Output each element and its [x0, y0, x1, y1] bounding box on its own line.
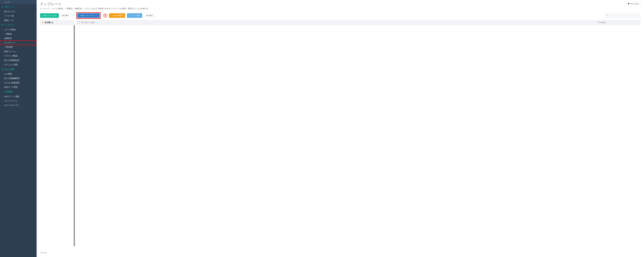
sidebar-item-friends-list[interactable]: ›友だちリスト [0, 9, 36, 14]
page-title: テンプレート [40, 2, 62, 6]
page-description: 1：1トーク・シナリオ配信・一斉配信・自動応答・リマインダなどで使用できるテンプ… [40, 7, 640, 10]
sidebar-item-broadcast[interactable]: ›一斉配信 [0, 32, 36, 36]
btn-label: 新しいテンプレート [82, 14, 98, 17]
chevron-right-icon: › [3, 100, 3, 102]
sidebar-label: 友だちリスト [4, 10, 16, 13]
manual-label: マニュアル [630, 3, 639, 5]
toolbar: 新しいフォルダ 並び替え 新しいテンプレート ① ーセル作成(新) パック作成 … [40, 12, 640, 19]
chevron-right-icon: › [3, 86, 3, 88]
chevron-right-icon: › [3, 55, 3, 57]
chevron-right-icon: › [3, 78, 3, 79]
scrollbar[interactable] [74, 25, 75, 246]
sidebar-item-reservation[interactable]: ⌄予約管理 [0, 45, 36, 49]
sidebar-label: 自動応答 [4, 37, 12, 40]
chevron-right-icon: › [3, 60, 3, 61]
column-folder: フォルダ [598, 21, 639, 24]
table-header: テンプレート名 フォルダ [76, 20, 640, 25]
sidebar-label: リマインダ配信 [4, 55, 18, 57]
sidebar-section-attributes[interactable]: 友だち属性 [0, 67, 36, 72]
section-label: 友だち属性 [4, 68, 14, 71]
section-label: 1対1トーク [4, 5, 15, 8]
chevron-right-icon: › [3, 64, 3, 66]
chevron-down-icon: ⌄ [3, 46, 4, 48]
chevron-right-icon: › [3, 15, 3, 17]
carousel-create-button[interactable]: ーセル作成(新) [109, 13, 125, 18]
sidebar-item-auto-reply[interactable]: ›自動応答 [0, 36, 36, 41]
pack-create-button[interactable]: パック作成 [127, 13, 142, 18]
select-all-checkbox[interactable] [78, 22, 80, 23]
sidebar-label: トーク一覧 [4, 14, 14, 17]
scrollbar[interactable] [36, 0, 38, 257]
main-content: テンプレート マニュアル 1：1トーク・シナリオ配信・一斉配信・自動応答・リマイ… [36, 0, 644, 257]
chevron-right-icon: › [3, 33, 3, 35]
sidebar-section-message[interactable]: メッセージ [0, 22, 36, 27]
sort-templates-button[interactable]: 並び替え [144, 13, 155, 18]
folder-uncategorized[interactable]: 未分類 (1) [40, 20, 74, 25]
sidebar-item-url-click[interactable]: ›URLクリック測定 [0, 94, 36, 99]
sidebar-label: 予約管理 [5, 46, 12, 48]
sidebar: › トップ ★ 1対1トーク ›友だちリスト ›トーク一覧 ›個別トーク メッセ… [0, 0, 36, 257]
flag-icon [2, 91, 4, 93]
new-folder-button[interactable]: 新しいフォルダ [40, 13, 59, 18]
sidebar-item-tag-manage[interactable]: ›タグ管理 [0, 72, 36, 76]
star-icon: ★ [2, 6, 4, 8]
sidebar-item-talk-list[interactable]: ›トーク一覧 [0, 14, 36, 18]
chevron-right-icon: › [3, 19, 3, 21]
sidebar-label: サイトスクリプト [4, 104, 20, 107]
chevron-right-icon: › [3, 1, 3, 3]
sidebar-label: 回答フォーム [4, 50, 16, 53]
section-label: メッセージ [4, 24, 14, 26]
folder-label: 未分類 (1) [44, 21, 53, 24]
sidebar-label: 友だち追加時設定 [4, 59, 20, 62]
new-template-button[interactable]: 新しいテンプレート [77, 13, 100, 18]
sidebar-item-template[interactable]: ›テンプレート [0, 41, 36, 45]
sidebar-label: タグ管理 [4, 73, 12, 75]
sidebar-label: 個別トーク [4, 19, 14, 22]
sidebar-item-mark-manage[interactable]: ›対応マーク管理 [0, 85, 36, 89]
folder-column: 未分類 (1) 削除 [40, 20, 74, 255]
column-template-name: テンプレート名 [81, 21, 598, 24]
btn-label: 並び替え [62, 14, 69, 17]
svg-point-0 [607, 15, 608, 16]
search-icon [606, 14, 608, 17]
chevron-right-icon: › [3, 42, 3, 44]
chevron-right-icon: › [3, 73, 3, 75]
sidebar-item-top[interactable]: › トップ [0, 0, 36, 4]
sidebar-item-conversion[interactable]: ›コンバージョン [0, 99, 36, 103]
sidebar-item-custom-search[interactable]: ›カスタム検索管理 [0, 81, 36, 85]
search-input[interactable] [606, 13, 640, 18]
sidebar-label: テンプレート [4, 41, 16, 44]
chevron-right-icon: › [3, 105, 3, 106]
sidebar-label: シナリオ配信 [4, 28, 16, 31]
sidebar-item-scenario[interactable]: ›シナリオ配信 [0, 27, 36, 32]
sidebar-item-answer-form[interactable]: ›回答フォーム [0, 49, 36, 54]
delete-label: 削除 [43, 252, 47, 254]
sidebar-item-friend-info[interactable]: ›友だち情報欄管理 [0, 76, 36, 81]
sidebar-label: URLクリック測定 [4, 95, 20, 98]
chevron-right-icon: › [3, 11, 3, 12]
sidebar-section-analytics[interactable]: 分析機能 [0, 89, 36, 94]
sidebar-item-friend-add-settings[interactable]: ›友だち追加時設定 [0, 58, 36, 62]
manual-button[interactable]: マニュアル [626, 2, 640, 6]
btn-label: 並び替え [146, 14, 153, 17]
sidebar-item-individual-talk[interactable]: ›個別トーク [0, 18, 36, 22]
template-column: テンプレート名 フォルダ [76, 20, 640, 255]
sidebar-item-site-script[interactable]: ›サイトスクリプト [0, 103, 36, 107]
btn-label: 新しいフォルダ [44, 14, 56, 17]
sidebar-label: トップ [4, 1, 10, 3]
delete-folder-button[interactable]: 削除 [40, 251, 74, 255]
chevron-right-icon: › [3, 51, 3, 52]
sidebar-item-reminder[interactable]: ›リマインダ配信 [0, 54, 36, 58]
sidebar-label: アクション管理 [4, 63, 18, 66]
step-highlight: 新しいテンプレート [76, 12, 100, 19]
folder-open-icon [42, 21, 44, 24]
chevron-right-icon: › [3, 29, 3, 30]
megaphone-icon [2, 24, 4, 26]
section-label: 分析機能 [4, 90, 12, 93]
sidebar-item-action-manage[interactable]: ›アクション管理 [0, 62, 36, 67]
sort-folders-button[interactable]: 並び替え [60, 13, 71, 18]
sidebar-label: 友だち情報欄管理 [4, 77, 20, 80]
sidebar-section-1on1[interactable]: ★ 1対1トーク [0, 4, 36, 9]
chevron-right-icon: › [3, 96, 3, 97]
sidebar-label: コンバージョン [4, 100, 18, 102]
